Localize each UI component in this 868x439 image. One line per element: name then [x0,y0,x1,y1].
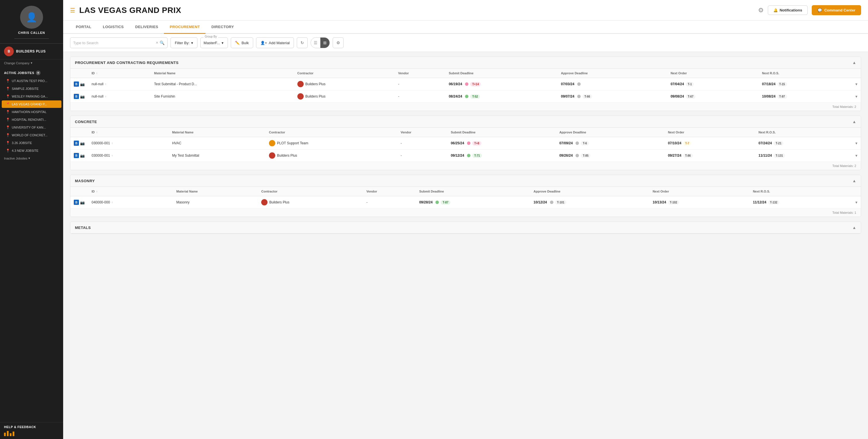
camera-icon: 📷 [80,82,85,86]
th-vendor[interactable]: Vendor [363,187,415,196]
next-order-cell: 09/08/24T-67 [667,90,758,103]
approve-badge: T-101 [555,200,567,205]
sidebar-jobsite-item[interactable]: 📍UNIVERSITY OF KAN... [2,124,61,131]
row-icons-cell: B📷 [70,90,88,103]
tab-deliveries[interactable]: DELIVERIES [129,21,164,34]
th-next-r.o.s.[interactable]: Next R.O.S. [758,69,861,78]
search-input[interactable] [73,41,156,45]
sidebar-jobsite-item[interactable]: 📍HAWTHORN HOSPITAL [2,108,61,116]
sidebar-jobsite-item[interactable]: 📍UT AUSTIN TEST PRO... [2,77,61,85]
search-box[interactable]: ✕ 🔍 [70,37,167,48]
chevron-up-icon: ▲ [852,225,856,230]
add-material-button[interactable]: 👤+ Add Material [256,37,294,48]
id-cell: 040000-000 ↑ [88,196,173,209]
status-dot [577,95,581,98]
inactive-jobsites-toggle[interactable]: Inactive Jobsites ▾ [0,155,63,162]
next-order-cell: 10/13/24T-102 [649,196,749,209]
sort-icon: ↑ [112,142,113,145]
row-icons-cell: B📷 [70,150,88,162]
th-contractor[interactable]: Contractor [294,69,395,78]
group-by-selector[interactable]: Group By MasterF... ▾ [200,37,228,48]
expand-row-icon[interactable]: ▾ [856,200,857,205]
clear-icon[interactable]: ✕ [156,41,158,45]
sidebar-jobsite-item[interactable]: 📍SAMPLE JOBSITE [2,85,61,92]
th-next-order[interactable]: Next Order [649,187,749,196]
submit-deadline-cell: 06/25/24T+8 [447,137,556,150]
grid-view-button[interactable]: ⊞ [320,38,330,48]
camera-icon: 📷 [80,94,85,99]
th-material-name[interactable]: Material Name [173,187,258,196]
tab-portal[interactable]: PORTAL [70,21,97,34]
change-company-button[interactable]: Change Company ▾ [0,59,63,68]
bar4 [12,432,14,436]
section-header[interactable]: PROCUREMENT AND CONTRACTING REQUIREMENTS… [70,57,861,69]
nav-tab-list: PORTALLOGISTICSDELIVERIESPROCUREMENTDIRE… [70,21,240,33]
command-center-button[interactable]: 💬 Command Center [812,5,861,15]
add-jobsite-button[interactable]: + [36,71,40,75]
expand-row-icon[interactable]: ▾ [856,141,857,146]
th-material-name[interactable]: Material Name [168,128,266,137]
sidebar-username: CHRIS CALLEN [18,31,45,34]
material-cell: Site Furnishin [151,90,294,103]
th-next-order[interactable]: Next Order [667,69,758,78]
th-vendor[interactable]: Vendor [397,128,447,137]
th-approve-deadline[interactable]: Approve Deadline [530,187,649,196]
table-settings-button[interactable]: ⚙ [333,37,344,48]
sidebar-jobsite-item[interactable]: 📍HOSPITAL RENOVATI... [2,116,61,123]
th-contractor[interactable]: Contractor [258,187,363,196]
contractor-cell: Builders Plus [258,196,363,209]
chevron-down-icon: ▾ [28,156,30,160]
next-ros-badge: T-21 [774,141,783,146]
company-name: BUILDERS PLUS [16,49,45,53]
th-vendor[interactable]: Vendor [395,69,445,78]
bulk-button[interactable]: ✏️ Bulk [231,37,253,48]
approve-deadline-cell: 07/09/24T-6 [556,137,664,150]
tab-logistics[interactable]: LOGISTICS [97,21,129,34]
th-material-name[interactable]: Material Name [151,69,294,78]
sidebar-jobsite-item[interactable]: 📍4.3 NEW JOBSITE [2,147,61,154]
sidebar-jobsite-item[interactable]: 📍WORLD OF CONCRET... [2,131,61,139]
row-icons-cell: B📷 [70,137,88,150]
id-cell: null-null ↑ [88,78,151,90]
sidebar-jobsite-item[interactable]: 📍WESLEY PARKING GA... [2,93,61,100]
search-icon[interactable]: 🔍 [160,40,164,45]
th-submit-deadline[interactable]: Submit Deadline [447,128,556,137]
b-badge: B [74,200,79,205]
th-submit-deadline[interactable]: Submit Deadline [415,187,530,196]
th-next-order[interactable]: Next Order [664,128,755,137]
sidebar-jobsite-item[interactable]: 📍3.26 JOBSITE [2,139,61,147]
contractor-cell: PLOT Support Team [266,137,397,150]
expand-row-icon[interactable]: ▾ [856,82,857,86]
th-id[interactable]: ID ↑ [88,187,173,196]
th-approve-deadline[interactable]: Approve Deadline [557,69,667,78]
th-submit-deadline[interactable]: Submit Deadline [445,69,557,78]
section-header[interactable]: METALS▲ [70,222,861,233]
tab-directory[interactable]: DIRECTORY [206,21,240,34]
settings-button[interactable]: ⚙ [758,7,764,14]
th-id[interactable]: ID ↑ [88,69,151,78]
filter-button[interactable]: Filter By: ▾ [170,37,197,48]
bar1 [4,433,6,436]
list-view-button[interactable]: ☰ [311,38,320,48]
th-approve-deadline[interactable]: Approve Deadline [556,128,664,137]
location-pin-icon: 📍 [6,79,10,83]
notifications-button[interactable]: 🔔 Notifications [768,5,808,15]
sidebar-jobsite-item[interactable]: 📍LAS VEGAS GRAND P... [2,100,61,108]
refresh-button[interactable]: ↻ [297,37,308,48]
section-header[interactable]: CONCRETE▲ [70,116,861,128]
th-check [70,187,88,196]
section-header[interactable]: MASONRY▲ [70,175,861,187]
expand-row-icon[interactable]: ▾ [856,94,857,99]
hamburger-icon[interactable]: ☰ [70,7,75,14]
tab-procurement[interactable]: PROCUREMENT [164,21,206,34]
bell-icon: 🔔 [773,8,778,12]
expand-row-icon[interactable]: ▾ [856,153,857,158]
th-next-r.o.s.[interactable]: Next R.O.S. [749,187,861,196]
th-next-r.o.s.[interactable]: Next R.O.S. [755,128,861,137]
th-id[interactable]: ID ↑ [88,128,168,137]
th-contractor[interactable]: Contractor [266,128,397,137]
next-ros-badge: T-131 [774,154,785,158]
next-ros-badge: T-132 [768,200,780,205]
contractor-logo [298,93,304,100]
table-row: B📷040000-000 ↑MasonryBuilders Plus-09/28… [70,196,861,209]
